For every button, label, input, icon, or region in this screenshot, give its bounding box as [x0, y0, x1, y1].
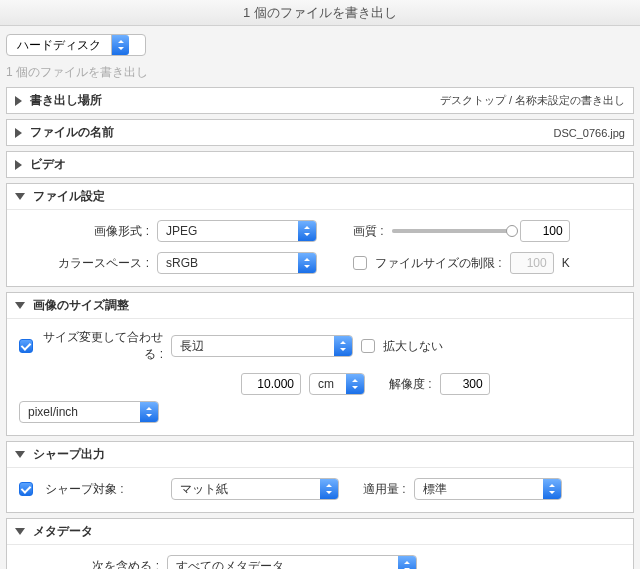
limit-filesize-unit: K — [562, 256, 570, 270]
limit-filesize-checkbox[interactable] — [353, 256, 367, 270]
colorspace-value: sRGB — [158, 253, 298, 273]
dont-enlarge-label: 拡大しない — [383, 338, 443, 355]
export-destination-value: ハードディスク — [7, 35, 111, 55]
panel-file-naming[interactable]: ファイルの名前 DSC_0766.jpg — [6, 119, 634, 146]
chevron-updown-icon — [346, 374, 364, 394]
colorspace-label: カラースペース : — [19, 255, 149, 272]
chevron-updown-icon — [320, 479, 338, 499]
panel-file-settings-header[interactable]: ファイル設定 — [7, 184, 633, 209]
format-label: 画像形式 : — [19, 223, 149, 240]
panel-title: 書き出し場所 — [30, 92, 102, 109]
quality-slider[interactable] — [392, 221, 512, 241]
size-input[interactable] — [241, 373, 301, 395]
chevron-updown-icon — [140, 402, 158, 422]
panel-image-sizing-header[interactable]: 画像のサイズ調整 — [7, 293, 633, 318]
sharpen-amount-select[interactable]: 標準 — [414, 478, 562, 500]
panel-title: 画像のサイズ調整 — [33, 297, 129, 314]
limit-filesize-input — [510, 252, 554, 274]
export-count-caption: 1 個のファイルを書き出し — [0, 60, 640, 87]
panel-title: メタデータ — [33, 523, 93, 540]
panel-output-sharpening: シャープ出力 シャープ対象 : マット紙 適用量 : 標準 — [6, 441, 634, 513]
sharpen-amount-label: 適用量 : — [363, 481, 406, 498]
panel-output-sharpening-header[interactable]: シャープ出力 — [7, 442, 633, 467]
resize-checkbox[interactable] — [19, 339, 33, 353]
window-title: 1 個のファイルを書き出し — [0, 0, 640, 26]
limit-filesize-label: ファイルサイズの制限 : — [375, 255, 502, 272]
panel-image-sizing: 画像のサイズ調整 サイズ変更して合わせる : 長辺 拡大しない cm — [6, 292, 634, 436]
image-format-select[interactable]: JPEG — [157, 220, 317, 242]
sharpen-amount-value: 標準 — [415, 479, 543, 499]
fit-value: 長辺 — [172, 336, 334, 356]
fit-select[interactable]: 長辺 — [171, 335, 353, 357]
panel-summary: DSC_0766.jpg — [553, 127, 625, 139]
disclosure-down-icon — [15, 302, 25, 309]
chevron-updown-icon — [298, 253, 316, 273]
panel-title: ビデオ — [30, 156, 66, 173]
colorspace-select[interactable]: sRGB — [157, 252, 317, 274]
quality-input[interactable] — [520, 220, 570, 242]
chevron-updown-icon — [111, 35, 129, 55]
disclosure-right-icon — [15, 96, 22, 106]
chevron-updown-icon — [543, 479, 561, 499]
size-unit-value: cm — [310, 374, 346, 394]
metadata-include-select[interactable]: すべてのメタデータ — [167, 555, 417, 569]
chevron-updown-icon — [298, 221, 316, 241]
panel-metadata: メタデータ 次を含める : すべてのメタデータ 人物情報を削除 場所情報を削除 — [6, 518, 634, 569]
dont-enlarge-checkbox[interactable] — [361, 339, 375, 353]
resolution-label: 解像度 : — [389, 376, 432, 393]
disclosure-right-icon — [15, 128, 22, 138]
quality-label: 画質 : — [353, 223, 384, 240]
chevron-updown-icon — [334, 336, 352, 356]
panel-title: シャープ出力 — [33, 446, 105, 463]
export-destination-select[interactable]: ハードディスク — [6, 34, 146, 56]
panel-file-settings: ファイル設定 画像形式 : JPEG 画質 : カラースペース : — [6, 183, 634, 287]
disclosure-down-icon — [15, 193, 25, 200]
disclosure-down-icon — [15, 451, 25, 458]
disclosure-right-icon — [15, 160, 22, 170]
size-unit-select[interactable]: cm — [309, 373, 365, 395]
metadata-include-label: 次を含める : — [19, 558, 159, 570]
disclosure-down-icon — [15, 528, 25, 535]
sharpen-for-value: マット紙 — [172, 479, 320, 499]
sharpen-checkbox[interactable] — [19, 482, 33, 496]
image-format-value: JPEG — [158, 221, 298, 241]
resolution-unit-select[interactable]: pixel/inch — [19, 401, 159, 423]
panel-metadata-header[interactable]: メタデータ — [7, 519, 633, 544]
chevron-updown-icon — [398, 556, 416, 569]
panel-title: ファイル設定 — [33, 188, 105, 205]
panel-summary: デスクトップ / 名称未設定の書き出し — [440, 93, 625, 108]
panel-export-location[interactable]: 書き出し場所 デスクトップ / 名称未設定の書き出し — [6, 87, 634, 114]
metadata-include-value: すべてのメタデータ — [168, 556, 398, 569]
sharpen-for-select[interactable]: マット紙 — [171, 478, 339, 500]
resize-label: サイズ変更して合わせる : — [41, 329, 163, 363]
sharpen-for-label: シャープ対象 : — [41, 481, 163, 498]
panel-video[interactable]: ビデオ — [6, 151, 634, 178]
resolution-unit-value: pixel/inch — [20, 402, 140, 422]
panel-title: ファイルの名前 — [30, 124, 114, 141]
resolution-input[interactable] — [440, 373, 490, 395]
